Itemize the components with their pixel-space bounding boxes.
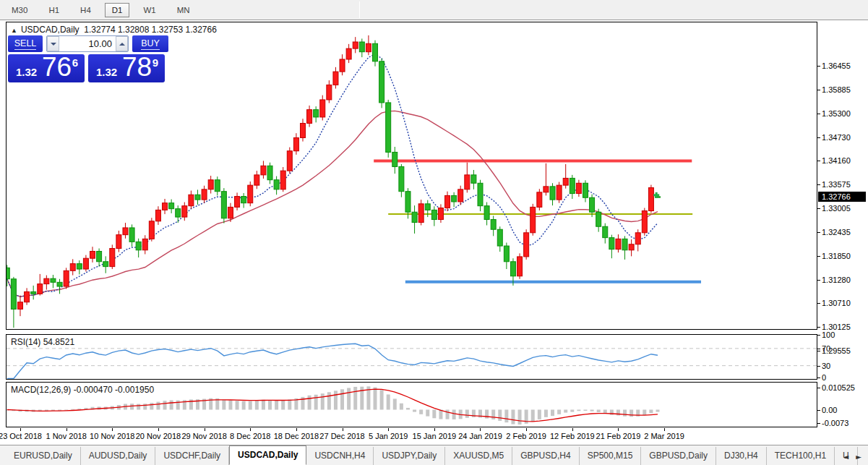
rsi-panel[interactable]: RSI(14) 54.8521	[6, 334, 817, 380]
date-axis-label: 27 Dec 2018	[319, 432, 364, 440]
symbol-tab-DJ30-H4[interactable]: DJ30,H4	[716, 447, 767, 465]
macd-bar	[393, 398, 397, 409]
macd-bar	[262, 400, 265, 410]
candle	[241, 193, 246, 208]
timeframe-M30[interactable]: M30	[4, 3, 35, 17]
macd-label: MACD(12,26,9) -0.000470 -0.001950	[11, 385, 154, 395]
volume-stepper: 10.00	[46, 35, 129, 52]
macd-bar	[387, 394, 390, 409]
timeframe-H1[interactable]: H1	[41, 3, 66, 17]
timeframe-W1[interactable]: W1	[136, 3, 163, 17]
symbol-tab-TECH100-H1[interactable]: TECH100,H1	[767, 447, 835, 465]
main-chart-panel[interactable]: ▲USDCAD,Daily 1.32774 1.32808 1.32753 1.…	[6, 22, 817, 330]
candle	[11, 277, 16, 328]
date-axis-tick	[572, 428, 573, 431]
candle	[537, 189, 542, 210]
candle	[399, 164, 404, 197]
price-axis-label: 1.33575	[822, 180, 851, 189]
symbol-tab-GBPUSD-Daily[interactable]: GBPUSD,Daily	[641, 447, 716, 465]
candle	[458, 186, 463, 205]
symbol-tab-USDCHF-Daily[interactable]: USDCHF,Daily	[155, 447, 229, 465]
volume-input[interactable]: 10.00	[59, 36, 116, 51]
macd-bar	[538, 410, 541, 419]
rsi-axis-tick	[817, 377, 820, 378]
candle	[596, 209, 601, 232]
tab-scroll-left-icon[interactable]: ◄	[840, 453, 853, 461]
ohlc-high: 1.32808	[118, 25, 149, 35]
volume-decrease-button[interactable]	[47, 36, 59, 51]
price-axis-label: 1.36455	[822, 61, 851, 70]
timeframe-MN[interactable]: MN	[170, 3, 197, 17]
symbol-tab-SP500-M15[interactable]: SP500,M15	[580, 447, 642, 465]
date-axis-label: 15 Jan 2019	[413, 432, 457, 440]
collapse-triangle-icon[interactable]: ▲	[11, 27, 17, 34]
rsi-axis-label: 100	[822, 330, 835, 339]
price-axis-tick	[817, 351, 820, 351]
candle	[44, 276, 49, 290]
rsi-chart[interactable]	[7, 335, 817, 379]
macd-bar	[374, 388, 377, 410]
timeframe-toolbar: M30H1H4D1W1MN	[0, 0, 868, 20]
candle	[280, 167, 285, 192]
buy-price-box[interactable]: 1.32 78 9	[88, 54, 165, 82]
timeframe-D1[interactable]: D1	[105, 3, 130, 17]
date-axis-label: 29 Nov 2018	[181, 432, 226, 440]
rsi-axis-label: 0	[822, 373, 826, 382]
candle	[524, 229, 529, 260]
sell-price-small: 1.32	[16, 66, 37, 78]
date-axis-label: 23 Oct 2018	[0, 432, 42, 440]
sell-button[interactable]: SELL	[8, 35, 43, 52]
candle	[274, 176, 279, 195]
date-axis-tick	[66, 428, 67, 431]
macd-panel[interactable]: MACD(12,26,9) -0.000470 -0.001950	[6, 382, 817, 427]
tab-scroll-buttons: ◄►	[840, 453, 865, 461]
symbol-tab-USDCNH-H4[interactable]: USDCNH,H4	[306, 447, 374, 465]
candle	[648, 185, 653, 213]
volume-increase-button[interactable]	[116, 36, 128, 51]
candle	[635, 229, 640, 251]
timeframe-H4[interactable]: H4	[73, 3, 98, 17]
candle	[491, 216, 496, 236]
symbol-tab-GBPUSD-H4[interactable]: GBPUSD,H4	[512, 447, 579, 465]
rsi-line	[7, 344, 658, 378]
price-axis-label: 1.34730	[822, 133, 851, 142]
candle	[57, 279, 62, 294]
candle	[110, 244, 115, 269]
symbol-tab-EURUSD-Daily[interactable]: EURUSD,Daily	[6, 447, 81, 465]
macd-bar	[649, 410, 653, 414]
sell-price-box[interactable]: 1.32 76 6	[8, 54, 85, 82]
date-axis[interactable]: 23 Oct 20181 Nov 201810 Nov 201820 Nov 2…	[6, 428, 817, 444]
tab-scroll-right-icon[interactable]: ►	[852, 453, 865, 461]
macd-bar	[446, 410, 450, 419]
macd-bar	[432, 410, 436, 419]
candle	[267, 163, 272, 184]
macd-bar	[314, 395, 318, 410]
macd-bar	[452, 410, 456, 419]
symbol-tab-AUDUSD-Daily[interactable]: AUDUSD,Daily	[81, 447, 156, 465]
date-axis-label: 24 Jan 2019	[458, 432, 502, 440]
candle	[583, 180, 588, 202]
macd-bar	[590, 410, 594, 411]
candle	[452, 192, 457, 208]
candle	[563, 164, 568, 189]
macd-bar	[577, 410, 580, 411]
macd-bar	[504, 410, 508, 423]
candle	[25, 288, 30, 304]
symbol-tab-USDCAD-Daily[interactable]: USDCAD,Daily	[229, 445, 306, 465]
macd-bar	[268, 400, 272, 409]
price-axis[interactable]: 1.32766 1.364551.358851.353001.347301.34…	[817, 22, 868, 427]
symbol-tabbar: EURUSD,DailyAUDUSD,DailyUSDCHF,DailyUSDC…	[0, 445, 868, 465]
price-axis-label: 1.34160	[822, 156, 851, 165]
rsi-axis-label: 70	[822, 344, 830, 353]
date-axis-label: 1 Nov 2018	[46, 432, 86, 440]
date-axis-tick	[526, 428, 527, 431]
date-axis-tick	[250, 428, 251, 431]
symbol-tab-USDJPY-Daily[interactable]: USDJPY,Daily	[374, 447, 445, 465]
candle	[340, 54, 345, 75]
candle	[609, 235, 614, 259]
symbol-tab-XAUUSD-M5[interactable]: XAUUSD,M5	[445, 447, 512, 465]
date-axis-tick	[205, 428, 205, 431]
buy-button[interactable]: BUY	[132, 35, 168, 52]
candle	[622, 236, 627, 260]
macd-bar	[616, 410, 620, 416]
